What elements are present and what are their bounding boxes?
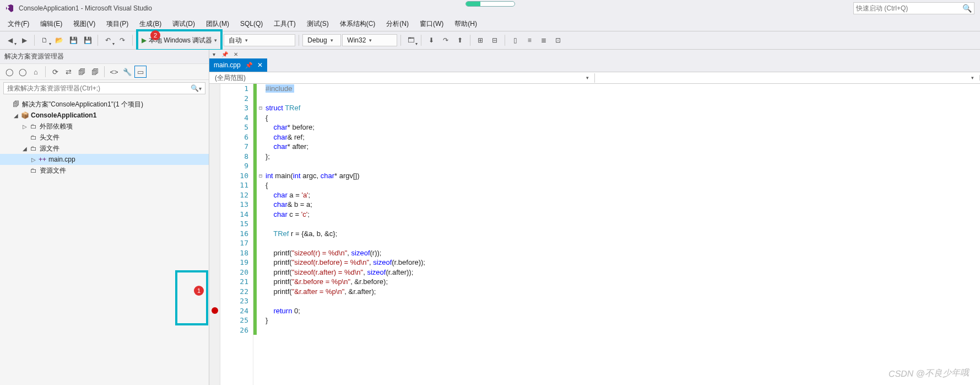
tree-headers[interactable]: 🗀 头文件 bbox=[0, 132, 209, 143]
sol-back-icon[interactable]: ◯ bbox=[3, 66, 15, 78]
expander-icon[interactable]: ▷ bbox=[30, 157, 37, 163]
toolbtn-3[interactable]: ⊟ bbox=[488, 34, 501, 47]
sol-code-icon[interactable]: <> bbox=[108, 66, 120, 78]
scope-label: (全局范围) bbox=[215, 73, 246, 83]
save-all-button[interactable]: 💾 bbox=[81, 34, 94, 47]
menu-team[interactable]: 团队(M) bbox=[201, 17, 235, 31]
toolbtn-4[interactable]: ▯ bbox=[508, 34, 522, 47]
sol-btn-1[interactable]: 🗐 bbox=[75, 66, 88, 78]
chevron-down-icon[interactable]: ▾ bbox=[214, 38, 217, 43]
quick-launch-box[interactable]: 🔍 bbox=[853, 2, 974, 14]
annotation-badge-1: 1 bbox=[194, 286, 204, 296]
tab-main-cpp[interactable]: main.cpp 📌 ✕ bbox=[209, 58, 267, 72]
close-icon[interactable]: ✕ bbox=[257, 61, 263, 69]
play-icon[interactable]: ▶ bbox=[142, 36, 147, 44]
scope-combo-right[interactable]: ▾ bbox=[595, 75, 981, 81]
tab-label: main.cpp bbox=[214, 61, 241, 69]
expander-icon[interactable]: ◢ bbox=[12, 113, 20, 119]
menu-window[interactable]: 窗口(W) bbox=[414, 17, 449, 31]
separator bbox=[34, 35, 35, 46]
combo-platform-label: Win32 bbox=[347, 36, 366, 44]
toolbtn-6[interactable]: ≣ bbox=[537, 34, 550, 47]
tree-external-deps[interactable]: ▷ 🗀 外部依赖项 bbox=[0, 121, 209, 132]
separator bbox=[299, 35, 299, 46]
code-editor[interactable]: 1234567891011121314151617181920212223242… bbox=[209, 84, 980, 385]
menu-architecture[interactable]: 体系结构(C) bbox=[334, 17, 381, 31]
solution-explorer-title: 解决方案资源管理器 bbox=[0, 50, 209, 63]
menu-build[interactable]: 生成(B) bbox=[134, 17, 167, 31]
menu-view[interactable]: 视图(V) bbox=[68, 17, 101, 31]
tree-solution-root[interactable]: 🗐 解决方案"ConsoleApplication1"(1 个项目) bbox=[0, 99, 209, 110]
undo-button[interactable]: ↶▾ bbox=[101, 34, 115, 47]
sol-btn-2[interactable]: 🗐 bbox=[89, 66, 101, 78]
new-project-button[interactable]: 🗋▾ bbox=[38, 34, 51, 47]
menu-test[interactable]: 测试(S) bbox=[301, 17, 334, 31]
quick-launch-input[interactable] bbox=[856, 4, 962, 12]
solution-tree: 🗐 解决方案"ConsoleApplication1"(1 个项目) ◢ 📦 C… bbox=[0, 97, 209, 385]
tree-resources[interactable]: 🗀 资源文件 bbox=[0, 165, 209, 176]
tree-main-cpp[interactable]: ▷ ++ main.cpp bbox=[0, 154, 209, 165]
separator bbox=[45, 66, 46, 77]
sol-home-icon[interactable]: ⌂ bbox=[30, 66, 42, 78]
chevron-down-icon: ▾ bbox=[331, 38, 333, 43]
save-button[interactable]: 💾 bbox=[67, 34, 80, 47]
fold-margin[interactable]: ⊟⊟ bbox=[257, 84, 264, 385]
step-into-icon[interactable]: ⬇ bbox=[425, 34, 438, 47]
open-file-button[interactable]: 📂 bbox=[52, 34, 66, 47]
tab-bar: main.cpp 📌 ✕ bbox=[209, 58, 980, 72]
menu-project[interactable]: 项目(P) bbox=[101, 17, 134, 31]
toolbtn-1[interactable]: 🗔▾ bbox=[404, 34, 418, 47]
sol-properties-icon[interactable]: 🔧 bbox=[121, 66, 133, 78]
menu-help[interactable]: 帮助(H) bbox=[449, 17, 483, 31]
separator bbox=[98, 35, 98, 46]
annotation-box-1: 1 bbox=[175, 270, 208, 325]
toolbtn-2[interactable]: ⊞ bbox=[474, 34, 487, 47]
step-over-icon[interactable]: ↷ bbox=[439, 34, 452, 47]
solution-search-box[interactable]: 🔍▾ bbox=[3, 82, 205, 94]
close-icon[interactable]: ✕ bbox=[231, 50, 240, 58]
nav-back-button[interactable]: ◀▾ bbox=[3, 34, 17, 47]
sol-fwd-icon[interactable]: ◯ bbox=[17, 66, 29, 78]
editor-area: ▾ 📌 ✕ main.cpp 📌 ✕ (全局范围) ▾ ▾ 1234567891… bbox=[209, 50, 980, 385]
sol-sync-icon[interactable]: ⇄ bbox=[62, 66, 74, 78]
separator bbox=[421, 35, 421, 46]
pin-icon[interactable]: 📌 bbox=[220, 50, 229, 58]
tree-sources[interactable]: ◢ 🗀 源文件 bbox=[0, 143, 209, 154]
toolbtn-7[interactable]: ⊡ bbox=[551, 34, 565, 47]
dropdown-icon[interactable]: ▾ bbox=[209, 50, 218, 58]
menu-tools[interactable]: 工具(T) bbox=[268, 17, 301, 31]
redo-button[interactable]: ↷ bbox=[116, 34, 129, 47]
pin-icon[interactable]: 📌 bbox=[245, 62, 253, 69]
toolbtn-5[interactable]: ≡ bbox=[523, 34, 536, 47]
separator bbox=[400, 35, 401, 46]
tree-project[interactable]: ◢ 📦 ConsoleApplication1 bbox=[0, 110, 209, 121]
menu-edit[interactable]: 编辑(E) bbox=[35, 17, 68, 31]
watermark-text: CSDN @不良少年哦 bbox=[889, 367, 969, 381]
separator bbox=[104, 66, 105, 77]
chevron-down-icon: ▾ bbox=[245, 38, 248, 43]
code-text[interactable]: #include struct TRef{ char* before; char… bbox=[264, 84, 980, 385]
scope-combo-left[interactable]: (全局范围) ▾ bbox=[209, 73, 595, 83]
scope-bar: (全局范围) ▾ ▾ bbox=[209, 72, 980, 84]
nav-fwd-button[interactable]: ▶ bbox=[18, 34, 31, 47]
expander-icon[interactable]: ◢ bbox=[21, 146, 29, 152]
line-number-gutter: 1234567891011121314151617181920212223242… bbox=[220, 84, 253, 385]
menu-analyze[interactable]: 分析(N) bbox=[381, 17, 414, 31]
combo-config[interactable]: Debug▾ bbox=[302, 34, 341, 46]
chevron-down-icon: ▾ bbox=[971, 75, 974, 81]
menu-debug[interactable]: 调试(D) bbox=[167, 17, 201, 31]
combo-config-label: Debug bbox=[307, 36, 327, 44]
breakpoint-margin[interactable] bbox=[209, 84, 220, 385]
solution-search-input[interactable] bbox=[4, 83, 187, 94]
chevron-down-icon: ▾ bbox=[369, 38, 372, 43]
sol-refresh-icon[interactable]: ⟳ bbox=[49, 66, 61, 78]
combo-auto[interactable]: 自动▾ bbox=[224, 34, 295, 46]
separator bbox=[505, 35, 505, 46]
sol-preview-icon[interactable]: ▭ bbox=[134, 66, 147, 78]
expander-icon[interactable]: ▷ bbox=[21, 124, 29, 130]
menu-sql[interactable]: SQL(Q) bbox=[235, 18, 268, 30]
combo-platform[interactable]: Win32▾ bbox=[342, 34, 397, 46]
step-out-icon[interactable]: ⬆ bbox=[453, 34, 467, 47]
menu-file[interactable]: 文件(F) bbox=[2, 17, 35, 31]
search-icon: 🔍 bbox=[962, 4, 972, 13]
